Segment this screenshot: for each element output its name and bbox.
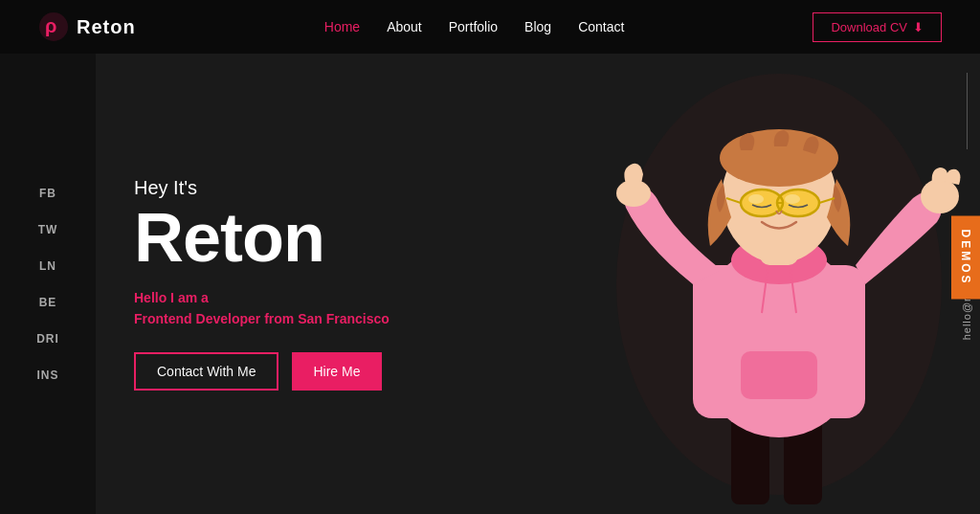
main-wrapper: FB TW LN BE DRI INS Hey It's Reton Hello…: [0, 54, 980, 514]
hire-button[interactable]: Hire Me: [292, 352, 381, 391]
contact-button[interactable]: Contact With Me: [134, 352, 278, 391]
hero-section: Hey It's Reton Hello I am a Frontend Dev…: [96, 54, 980, 514]
hero-desc-prefix: Hello I am a: [134, 290, 209, 305]
social-be[interactable]: BE: [39, 296, 57, 309]
svg-text:ρ: ρ: [45, 15, 56, 36]
sidebar-social: FB TW LN BE DRI INS: [0, 54, 96, 514]
hero-name: Reton: [134, 203, 390, 272]
social-dri[interactable]: DRI: [36, 332, 59, 346]
download-icon: ⬇: [913, 20, 924, 34]
person-illustration: [597, 55, 961, 514]
download-cv-label: Download CV: [831, 20, 907, 34]
social-ln[interactable]: LN: [39, 259, 56, 273]
email-line: [967, 73, 968, 149]
social-tw[interactable]: TW: [38, 223, 58, 236]
demos-tab[interactable]: DEMOS: [951, 215, 980, 299]
hero-profession: Frontend Developer: [134, 311, 260, 326]
download-cv-button[interactable]: Download CV ⬇: [813, 12, 942, 42]
logo-text: Reton: [77, 16, 136, 38]
nav-blog[interactable]: Blog: [524, 19, 551, 34]
hero-content: Hey It's Reton Hello I am a Frontend Dev…: [96, 148, 428, 420]
nav-links: Home About Portfolio Blog Contact: [324, 18, 625, 35]
hero-greeting: Hey It's: [134, 177, 390, 199]
svg-point-22: [785, 194, 800, 204]
hero-description: Hello I am a Frontend Developer from San…: [134, 287, 390, 330]
social-fb[interactable]: FB: [39, 187, 56, 200]
navbar: ρ Reton Home About Portfolio Blog Contac…: [0, 0, 980, 54]
nav-about[interactable]: About: [387, 19, 422, 34]
hero-buttons: Contact With Me Hire Me: [134, 352, 390, 391]
logo[interactable]: ρ Reton: [38, 11, 136, 42]
hero-image-area: [578, 54, 980, 514]
nav-portfolio[interactable]: Portfolio: [449, 19, 498, 34]
nav-contact[interactable]: Contact: [578, 19, 624, 34]
social-ins[interactable]: INS: [36, 369, 58, 382]
svg-point-21: [748, 194, 764, 204]
nav-home[interactable]: Home: [324, 19, 360, 34]
svg-rect-10: [741, 351, 817, 399]
logo-icon: ρ: [38, 11, 69, 42]
hero-desc-suffix: from San Francisco: [264, 311, 390, 326]
